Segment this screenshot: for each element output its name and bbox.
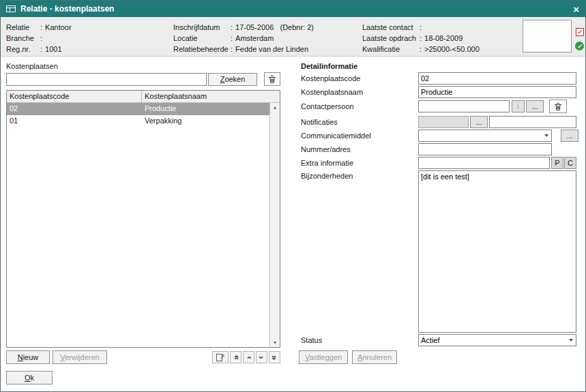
table-row[interactable]: 02 Productie (7, 103, 269, 115)
status-select[interactable]: Actief (418, 334, 576, 346)
list-buttons-row: Nieuw Verwijderen » › › » (6, 350, 280, 364)
regnr-label: Reg.nr. (6, 44, 40, 55)
cell-kostenplaatscode: 02 (7, 103, 142, 115)
detailinformatie-panel: Detailinformatie Kostenplaatscode Kosten… (299, 62, 578, 364)
column-header-kostenplaatscode[interactable]: Kostenplaatscode (7, 91, 142, 102)
communicatiemiddel-browse-button[interactable]: ... (561, 130, 578, 142)
trash-icon (268, 75, 276, 84)
window-title: Relatie - kostenplaatsen (20, 4, 114, 14)
nummer-adres-input[interactable] (418, 143, 552, 155)
kostenplaatsen-panel: Kostenplaatsen Zoeken Kostenplaatscode K… (6, 62, 280, 385)
inschrijfdatum-label: Inschrijfdatum (173, 22, 231, 33)
chevron-up-icon: › (244, 356, 253, 359)
relation-summary-header: Relatie:Kantoor Branche: Reg.nr.:1001 In… (1, 17, 585, 57)
kostenplaatsnaam-label: Kostenplaatsnaam (299, 88, 418, 96)
chevron-down-icon: › (257, 356, 266, 359)
inschrijfdatum-value: 17-05-2006 (Debnr: 2) (235, 23, 314, 31)
export-icon (216, 352, 225, 362)
detailinformatie-title: Detailinformatie (299, 62, 578, 72)
zoeken-button[interactable]: Zoeken (208, 73, 257, 86)
form-row-extra-informatie: Extra informatie P C (299, 157, 578, 169)
locatie-label: Locatie (173, 33, 231, 44)
search-input[interactable] (6, 73, 207, 86)
contactpersoon-input[interactable] (418, 100, 510, 112)
header-column-2: Inschrijfdatum:17-05-2006 (Debnr: 2) Loc… (173, 22, 314, 55)
laatste-opdracht-label: Laatste opdrach (362, 33, 420, 44)
contact-info-button[interactable]: i (512, 100, 525, 112)
table-body: 02 Productie 01 Verpakking (7, 103, 269, 347)
cell-kostenplaatscode: 01 (7, 115, 142, 127)
kostenplaatsnaam-input[interactable] (418, 86, 576, 98)
form-row-status: Status Actief (299, 334, 578, 346)
red-checkbox-icon: ✓ (576, 28, 584, 36)
table-scrollbar[interactable]: ▲ ▼ (269, 103, 280, 347)
c-button[interactable]: C (564, 157, 576, 169)
notificaties-left-input[interactable] (418, 116, 469, 128)
move-first-button[interactable]: » (230, 351, 241, 363)
form-row-communicatiemiddel: Communicatiemiddel ... (299, 130, 578, 142)
ok-button[interactable]: Ok (6, 371, 53, 385)
clear-list-trash-button[interactable] (264, 72, 280, 86)
relatiebeheerder-label: Relatiebeheerde (173, 44, 231, 55)
close-icon[interactable]: × (573, 4, 579, 14)
notificaties-label: Notificaties (299, 118, 418, 126)
double-chevron-down-icon: » (270, 355, 279, 359)
window-icon (6, 5, 16, 13)
communicatiemiddel-combo (418, 130, 552, 142)
form-row-nummer-adres: Nummer/adres (299, 143, 578, 155)
relatie-kostenplaatsen-dialog: Relatie - kostenplaatsen × Relatie:Kanto… (0, 0, 586, 392)
trash-icon (554, 102, 562, 111)
contact-browse-button[interactable]: ... (526, 100, 544, 112)
p-button[interactable]: P (551, 157, 563, 169)
move-up-button[interactable]: › (243, 351, 254, 363)
extra-informatie-label: Extra informatie (299, 159, 418, 167)
nummer-adres-label: Nummer/adres (299, 145, 418, 153)
regnr-value: 1001 (45, 45, 61, 53)
branche-label: Branche (6, 33, 40, 44)
contact-delete-button[interactable] (549, 100, 567, 113)
annuleren-button[interactable]: Annuleren (352, 350, 397, 364)
scroll-down-icon[interactable]: ▼ (270, 340, 280, 345)
search-row: Zoeken (6, 72, 280, 86)
notificaties-right-input[interactable] (489, 116, 576, 128)
detail-buttons-row: Vastleggen Annuleren (299, 350, 578, 364)
extra-informatie-input[interactable] (418, 157, 550, 169)
export-button[interactable] (212, 351, 229, 363)
status-label: Status (299, 336, 418, 344)
verwijderen-button[interactable]: Verwijderen (53, 350, 107, 364)
communicatiemiddel-label: Communicatiemiddel (299, 132, 418, 140)
form-row-notificaties: Notificaties ... (299, 116, 578, 128)
relatie-label: Relatie (6, 22, 40, 33)
vastleggen-button[interactable]: Vastleggen (299, 350, 348, 364)
status-combo: Actief (418, 334, 576, 346)
communicatiemiddel-select[interactable] (418, 130, 552, 142)
move-down-button[interactable]: › (256, 351, 267, 363)
titlebar: Relatie - kostenplaatsen × (1, 1, 585, 17)
table-header: Kostenplaatscode Kostenplaatsnaam (7, 91, 280, 103)
cell-kostenplaatsnaam: Productie (142, 103, 269, 115)
bijzonderheden-textarea[interactable]: [dit is een test] (418, 170, 576, 333)
move-last-button[interactable]: » (269, 351, 280, 363)
nieuw-button[interactable]: Nieuw (6, 350, 50, 364)
ok-row: Ok (6, 371, 280, 385)
status-icons: ✓ ✓ (575, 28, 584, 50)
kwalificatie-value: >25000-<50.000 (424, 45, 480, 53)
kostenplaatscode-label: Kostenplaatscode (299, 74, 418, 82)
scroll-up-icon[interactable]: ▲ (270, 105, 280, 110)
kwalificatie-label: Kwalificatie (362, 44, 420, 55)
photo-placeholder (523, 20, 572, 52)
header-column-1: Relatie:Kantoor Branche: Reg.nr.:1001 (6, 22, 72, 55)
table-row[interactable]: 01 Verpakking (7, 115, 269, 127)
locatie-value: Amsterdam (235, 34, 274, 42)
laatste-contact-label: Laatste contact (362, 22, 420, 33)
form-row-bijzonderheden: Bijzonderheden [dit is een test] (299, 170, 578, 333)
form-row-kostenplaatsnaam: Kostenplaatsnaam (299, 86, 578, 98)
kostenplaatscode-input[interactable] (418, 72, 576, 85)
notificaties-browse-button[interactable]: ... (470, 116, 488, 128)
kostenplaatsen-table: Kostenplaatscode Kostenplaatsnaam 02 Pro… (6, 90, 280, 348)
form-row-contactpersoon: Contactpersoon i ... (299, 100, 578, 113)
kostenplaatsen-title: Kostenplaatsen (6, 62, 280, 72)
green-check-icon: ✓ (575, 42, 584, 50)
form-row-kostenplaatscode: Kostenplaatscode (299, 72, 578, 85)
column-header-kostenplaatsnaam[interactable]: Kostenplaatsnaam (142, 91, 280, 102)
